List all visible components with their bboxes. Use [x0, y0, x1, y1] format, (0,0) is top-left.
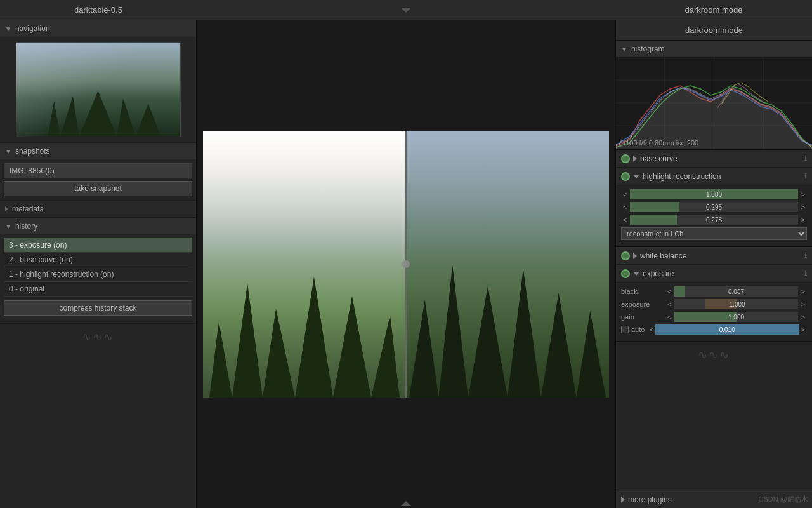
exposure-black-inc[interactable]: >	[799, 288, 807, 295]
highlight-reconstruction-label: highlight reconstruction	[643, 172, 804, 181]
hr-slider-1-dec[interactable]: <	[621, 190, 629, 198]
history-label: history	[15, 222, 37, 231]
exposure-auto-label: auto	[631, 326, 645, 333]
right-panel-header: darkroom mode	[616, 20, 812, 41]
more-plugins-label[interactable]: more plugins	[628, 495, 672, 504]
exposure-exposure-track[interactable]: -1.000	[674, 299, 797, 309]
left-panel: ▼ navigation ▼ snapshots IMG_8856(0) tak…	[0, 20, 197, 508]
hr-slider-1-value: 1.000	[630, 191, 797, 198]
base-curve-info-icon[interactable]: ℹ	[804, 154, 807, 163]
white-balance-expand-arrow[interactable]	[633, 253, 637, 259]
exposure-gain-label: gain	[621, 313, 665, 321]
navigation-header[interactable]: ▼ navigation	[0, 20, 196, 37]
take-snapshot-button[interactable]: take snapshot	[4, 181, 192, 196]
hr-dropdown[interactable]: reconstruct in LCh	[621, 227, 807, 240]
right-panel-title: darkroom mode	[685, 25, 743, 35]
exposure-auto-inc[interactable]: >	[799, 326, 807, 333]
hr-slider-2-dec[interactable]: <	[621, 203, 629, 211]
highlight-reconstruction-module-row: highlight reconstruction ℹ	[616, 168, 812, 185]
exposure-auto-dec[interactable]: <	[647, 326, 655, 333]
hr-slider-3-inc[interactable]: >	[799, 216, 807, 224]
hr-slider-3-row: < 0.278 >	[621, 215, 807, 225]
history-item[interactable]: 0 - original	[4, 282, 192, 297]
white-balance-label: white balance	[640, 251, 804, 260]
history-item[interactable]: 1 - highlight reconstruction (on)	[4, 267, 192, 282]
image-left-panel	[203, 131, 406, 398]
histogram-header[interactable]: ▼ histogram	[616, 41, 812, 57]
snapshots-header[interactable]: ▼ snapshots	[0, 143, 196, 159]
exposure-auto-slider[interactable]: 0.010	[655, 324, 799, 335]
hr-dropdown-row: reconstruct in LCh	[621, 227, 807, 240]
hr-slider-2-value: 0.295	[630, 204, 797, 211]
exposure-info-icon[interactable]: ℹ	[804, 269, 807, 277]
exposure-black-row: black < 0.087 >	[621, 286, 807, 297]
image-container	[203, 131, 609, 398]
histogram-label: histogram	[631, 44, 665, 53]
base-curve-power-button[interactable]	[621, 154, 630, 163]
top-bar-center	[197, 8, 615, 13]
app-title-left-text: darktable-0.5	[74, 5, 122, 15]
hr-slider-3-track[interactable]: 0.278	[630, 215, 797, 225]
highlight-reconstruction-expand-arrow[interactable]	[633, 175, 639, 178]
bottom-arrow-area	[401, 499, 411, 508]
highlight-reconstruction-controls: < 1.000 > < 0.295 > <	[616, 185, 812, 247]
hr-slider-2-track[interactable]: 0.295	[630, 202, 797, 212]
exposure-exposure-inc[interactable]: >	[799, 300, 807, 308]
exposure-label: exposure	[643, 269, 804, 278]
hr-slider-1-track[interactable]: 1.000	[630, 189, 797, 199]
metadata-section: metadata	[0, 201, 196, 218]
exposure-expand-arrow[interactable]	[633, 272, 639, 276]
exposure-gain-dec[interactable]: <	[665, 313, 673, 321]
history-section: ▼ history 3 - exposure (on) 2 - base cur…	[0, 218, 196, 324]
hr-slider-1-inc[interactable]: >	[799, 190, 807, 198]
compress-history-label: compress history stack	[59, 304, 136, 312]
exposure-exposure-dec[interactable]: <	[665, 300, 673, 308]
hr-slider-2-inc[interactable]: >	[799, 203, 807, 211]
exposure-auto-checkbox[interactable]	[621, 326, 629, 333]
right-panel: darkroom mode ▼ histogram	[615, 20, 812, 508]
base-curve-module-row: base curve ℹ	[616, 150, 812, 168]
exposure-auto-row: auto < 0.010 >	[621, 324, 807, 335]
app-title-left: darktable-0.5	[0, 5, 197, 15]
exposure-controls: black < 0.087 > exposure < -1.000 >	[616, 283, 812, 342]
bottom-center-arrow-icon	[401, 501, 411, 506]
history-item[interactable]: 2 - base curve (on)	[4, 253, 192, 267]
highlight-reconstruction-power-button[interactable]	[621, 172, 630, 181]
app-title-right-text: darkroom mode	[684, 5, 742, 15]
split-handle[interactable]	[402, 260, 410, 268]
white-balance-power-button[interactable]	[621, 251, 630, 260]
main-area: ▼ navigation ▼ snapshots IMG_8856(0) tak…	[0, 20, 812, 508]
exposure-exposure-label: exposure	[621, 300, 665, 308]
histogram-canvas: 1/100 f/9.0 80mm iso 200	[616, 57, 812, 149]
hr-slider-3-dec[interactable]: <	[621, 216, 629, 224]
right-decorative-squiggle: ∿∿∿	[616, 342, 812, 368]
white-balance-module-row: white balance ℹ	[616, 247, 812, 265]
exposure-module-row: exposure ℹ	[616, 265, 812, 283]
hr-slider-3-value: 0.278	[630, 217, 797, 224]
nav-thumbnail	[16, 42, 181, 137]
exposure-black-dec[interactable]: <	[665, 288, 673, 295]
hr-slider-2-row: < 0.295 >	[621, 202, 807, 212]
white-balance-info-icon[interactable]: ℹ	[804, 251, 807, 260]
snapshot-item[interactable]: IMG_8856(0)	[4, 163, 192, 178]
history-item[interactable]: 3 - exposure (on)	[4, 238, 192, 253]
navigation-label: navigation	[15, 24, 50, 33]
csdn-watermark: CSDN @耀临水	[759, 495, 808, 504]
history-arrow-icon: ▼	[5, 223, 11, 230]
base-curve-expand-arrow[interactable]	[633, 156, 637, 162]
history-header[interactable]: ▼ history	[0, 218, 196, 234]
take-snapshot-label: take snapshot	[74, 184, 122, 193]
exposure-power-button[interactable]	[621, 269, 630, 278]
exposure-exposure-row: exposure < -1.000 >	[621, 299, 807, 309]
exposure-gain-inc[interactable]: >	[799, 313, 807, 321]
nav-thumbnail-area	[0, 37, 196, 142]
highlight-reconstruction-info-icon[interactable]: ℹ	[804, 172, 807, 180]
center-area	[197, 20, 615, 508]
histogram-section: ▼ histogram	[616, 41, 812, 150]
exposure-gain-track[interactable]: 1.000	[674, 312, 797, 322]
metadata-label: metadata	[12, 204, 44, 213]
exposure-black-track[interactable]: 0.087	[674, 286, 797, 297]
base-curve-label: base curve	[640, 154, 804, 163]
compress-history-button[interactable]: compress history stack	[4, 300, 192, 316]
metadata-header[interactable]: metadata	[0, 201, 196, 217]
